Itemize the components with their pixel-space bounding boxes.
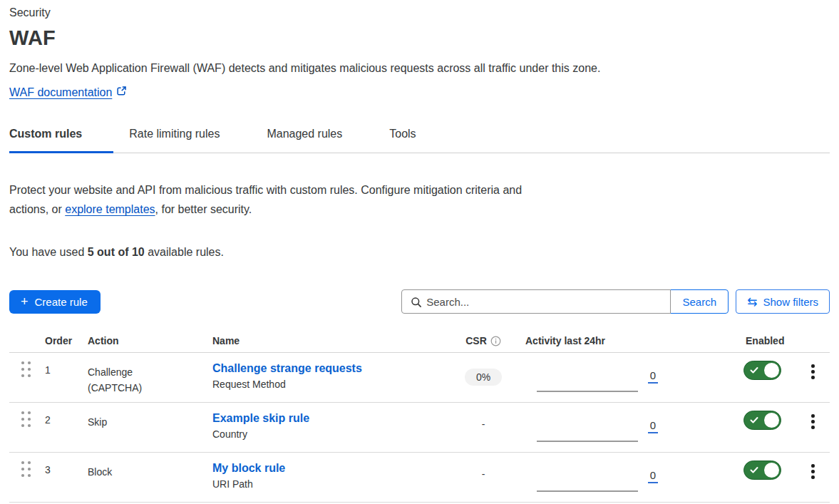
tab-custom-rules[interactable]: Custom rules bbox=[9, 127, 113, 153]
table-row: 3 Block My block rule URI Path - 0 bbox=[9, 453, 830, 503]
info-icon[interactable] bbox=[490, 336, 501, 346]
drag-handle-icon[interactable] bbox=[21, 411, 45, 427]
usage-count: 5 out of 10 bbox=[88, 246, 145, 258]
enabled-toggle[interactable] bbox=[743, 461, 781, 480]
drag-handle-icon[interactable] bbox=[21, 461, 45, 477]
tab-managed-rules[interactable]: Managed rules bbox=[267, 127, 374, 153]
rule-field: URI Path bbox=[212, 478, 448, 490]
csr-badge: 0% bbox=[465, 369, 502, 386]
search-group: Search bbox=[401, 289, 729, 314]
kebab-menu-icon[interactable] bbox=[805, 462, 820, 481]
show-filters-button[interactable]: ⇆ Show filters bbox=[736, 289, 830, 314]
header-name: Name bbox=[212, 335, 448, 346]
csr-value: - bbox=[482, 468, 485, 480]
intro-text-after: , for better security. bbox=[155, 203, 252, 215]
explore-templates-link[interactable]: explore templates bbox=[65, 203, 155, 215]
rule-action: Block bbox=[88, 453, 212, 502]
activity-sparkline bbox=[537, 391, 638, 392]
rule-order: 2 bbox=[45, 403, 88, 452]
check-icon bbox=[750, 366, 758, 374]
external-link-icon bbox=[116, 86, 127, 99]
usage-suffix: available rules. bbox=[145, 246, 224, 258]
page-title: WAF bbox=[9, 26, 830, 50]
waf-documentation-link[interactable]: WAF documentation bbox=[9, 86, 112, 99]
tab-rate-limiting-rules[interactable]: Rate limiting rules bbox=[129, 127, 251, 153]
rules-table: Order Action Name CSR Activity last 24hr… bbox=[9, 335, 830, 503]
create-rule-button[interactable]: + Create rule bbox=[9, 290, 101, 314]
activity-sparkline bbox=[537, 441, 638, 442]
activity-value-link[interactable]: 0 bbox=[648, 469, 658, 483]
rule-name-link[interactable]: Challenge strange requests bbox=[212, 362, 362, 375]
waf-page: Security WAF Zone-level Web Application … bbox=[0, 0, 839, 503]
rule-name-link[interactable]: Example skip rule bbox=[212, 412, 309, 425]
rule-order: 1 bbox=[45, 353, 88, 402]
drag-handle-icon[interactable] bbox=[21, 361, 45, 377]
usage-text: You have used 5 out of 10 available rule… bbox=[9, 245, 830, 259]
plus-icon: + bbox=[21, 295, 29, 308]
tab-tools[interactable]: Tools bbox=[389, 127, 447, 153]
header-csr-label: CSR bbox=[465, 335, 487, 346]
header-csr: CSR bbox=[448, 335, 519, 346]
kebab-menu-icon[interactable] bbox=[805, 362, 820, 381]
table-row: 2 Skip Example skip rule Country - 0 bbox=[9, 403, 830, 453]
toolbar: + Create rule Search ⇆ Show filters bbox=[9, 289, 830, 314]
create-rule-label: Create rule bbox=[35, 296, 88, 308]
rule-order: 3 bbox=[45, 453, 88, 502]
rule-name-link[interactable]: My block rule bbox=[212, 462, 285, 475]
tab-bar: Custom rules Rate limiting rules Managed… bbox=[9, 127, 830, 153]
table-header-row: Order Action Name CSR Activity last 24hr… bbox=[9, 335, 830, 353]
filter-arrows-icon: ⇆ bbox=[747, 296, 757, 308]
activity-value-link[interactable]: 0 bbox=[648, 369, 658, 384]
rule-action: Skip bbox=[88, 403, 212, 452]
activity-value-link[interactable]: 0 bbox=[648, 419, 658, 433]
kebab-menu-icon[interactable] bbox=[805, 412, 820, 431]
search-input[interactable] bbox=[426, 290, 665, 313]
rule-field: Country bbox=[212, 428, 448, 440]
intro-text: Protect your website and API from malici… bbox=[9, 180, 540, 219]
breadcrumb: Security bbox=[9, 6, 830, 19]
header-enabled: Enabled bbox=[669, 335, 799, 346]
header-activity: Activity last 24hr bbox=[519, 335, 669, 346]
csr-value: - bbox=[482, 418, 485, 430]
page-description: Zone-level Web Application Firewall (WAF… bbox=[9, 61, 830, 75]
rule-field: Request Method bbox=[212, 379, 448, 390]
check-icon bbox=[750, 416, 758, 424]
check-icon bbox=[750, 466, 758, 474]
header-order: Order bbox=[45, 335, 88, 346]
search-button[interactable]: Search bbox=[670, 289, 729, 314]
activity-sparkline bbox=[537, 490, 638, 492]
usage-prefix: You have used bbox=[9, 246, 88, 258]
search-icon bbox=[411, 297, 422, 308]
enabled-toggle[interactable] bbox=[743, 411, 781, 430]
rule-action: Challenge(CAPTCHA) bbox=[88, 353, 212, 402]
table-row: 1 Challenge(CAPTCHA) Challenge strange r… bbox=[9, 353, 830, 403]
enabled-toggle[interactable] bbox=[743, 361, 781, 380]
header-action: Action bbox=[88, 335, 212, 346]
show-filters-label: Show filters bbox=[763, 296, 818, 308]
